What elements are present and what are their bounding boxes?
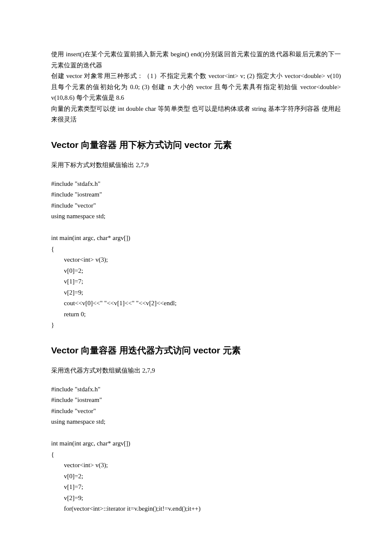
section1-heading: Vector 向量容器 用下标方式访问 vector 元素 (51, 137, 341, 153)
section2-code: #include "stdafx.h" #include "iostream" … (51, 384, 341, 515)
intro-paragraph-1: 使用 insert()在某个元素位置前插入新元素 begin() end()分别… (51, 49, 341, 71)
intro-paragraph-3: 向量的元素类型可以使 int double char 等简单类型 也可以是结构体… (51, 104, 341, 125)
intro-paragraph-2: 创建 vector 对象常用三种形式：（1）不指定元素个数 vector<int… (51, 71, 341, 104)
section2-desc: 采用迭代器方式对数组赋值输出 2,7,9 (51, 365, 341, 376)
section2-heading: Vector 向量容器 用迭代器方式访问 vector 元素 (51, 343, 341, 358)
document-page: 使用 insert()在某个元素位置前插入新元素 begin() end()分别… (0, 0, 392, 555)
section1-code: #include "stdafx.h" #include "iostream" … (51, 179, 341, 331)
section1-desc: 采用下标方式对数组赋值输出 2,7,9 (51, 160, 341, 171)
